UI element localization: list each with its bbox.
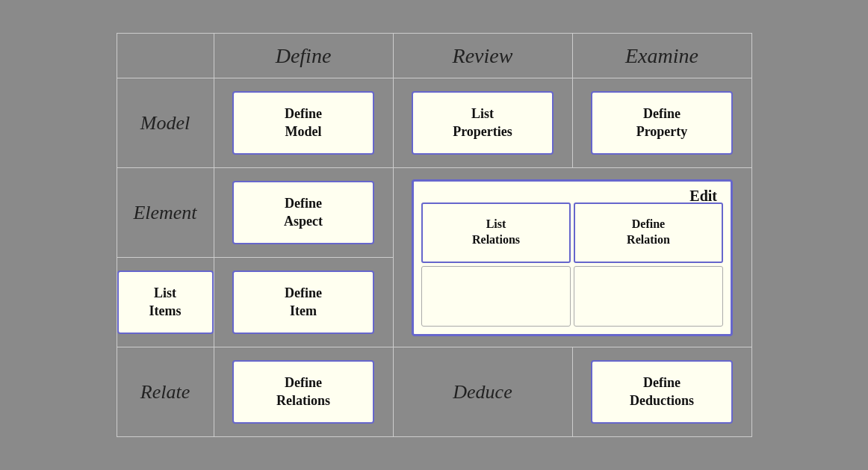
- cell-define-relations: Define Relations: [214, 347, 394, 437]
- row-label-relate: Relate: [117, 347, 214, 437]
- inner-card-list-relations[interactable]: List Relations: [421, 202, 571, 263]
- corner-cell: [117, 34, 214, 78]
- row-label-model: Model: [117, 78, 214, 168]
- col-header-define: Define: [214, 34, 394, 78]
- big-card-edit[interactable]: Edit List Relations Define Relation: [412, 179, 733, 336]
- col-header-examine: Examine: [573, 34, 752, 78]
- card-define-item[interactable]: Define Item: [232, 270, 374, 334]
- cell-list-properties: List Properties: [394, 78, 573, 168]
- edit-label: Edit: [689, 188, 717, 205]
- cell-define-model: Define Model: [214, 78, 394, 168]
- main-grid: Define Review Examine Model Define Model…: [117, 33, 752, 437]
- inner-card-bottom-left[interactable]: [421, 266, 571, 327]
- card-define-property[interactable]: Define Property: [591, 91, 733, 155]
- row-label-element: Element: [117, 168, 214, 258]
- card-define-aspect[interactable]: Define Aspect: [232, 181, 374, 244]
- card-define-model[interactable]: Define Model: [232, 91, 374, 155]
- inner-card-define-relation[interactable]: Define Relation: [574, 202, 723, 263]
- col-header-review: Review: [394, 34, 573, 78]
- cell-list-items: List Items: [117, 258, 214, 347]
- big-card-inner: List Relations Define Relation: [414, 182, 731, 334]
- card-list-properties[interactable]: List Properties: [412, 91, 554, 155]
- inner-card-bottom-right[interactable]: [574, 266, 723, 327]
- card-define-deductions[interactable]: Define Deductions: [591, 360, 733, 424]
- cell-define-property: Define Property: [573, 78, 752, 168]
- cell-define-aspect: Define Aspect: [214, 168, 394, 258]
- cell-define-deductions: Define Deductions: [573, 347, 752, 437]
- big-card-wrapper: Edit List Relations Define Relation: [394, 168, 752, 347]
- cell-define-item: Define Item: [214, 258, 394, 347]
- card-define-relations[interactable]: Define Relations: [232, 360, 374, 424]
- row-label-deduce: Deduce: [394, 347, 573, 437]
- card-list-items[interactable]: List Items: [117, 270, 214, 334]
